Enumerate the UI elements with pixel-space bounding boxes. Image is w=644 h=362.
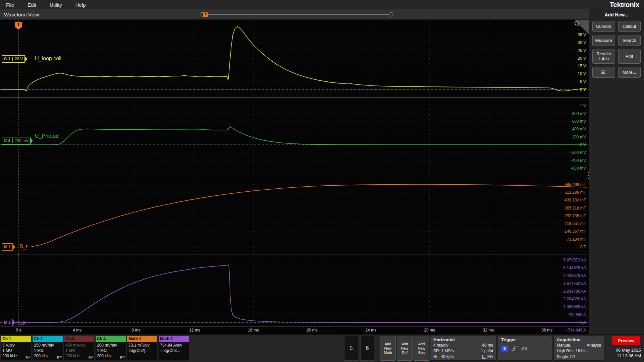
math1-trace-plot (0, 174, 589, 254)
cursors-button[interactable]: Cursors (592, 21, 615, 32)
ch1-y-tick-label: 20 V (578, 56, 586, 61)
waveform-panel-math1[interactable]: M 1 B_t 585.469 mT512.286 mT439.102 mT36… (0, 174, 589, 254)
ch1-y-tick-label: 10 V (578, 71, 586, 76)
channel-badge-ch-3[interactable]: Ch 3450 mV/div1 MΩ200 kHzBᵂ (64, 336, 95, 361)
x-tick-label: 8 ms (131, 328, 140, 333)
tektronix-logo: Tektronix (610, 1, 639, 9)
channel-badge-c1[interactable]: C 1 20 V (2, 55, 25, 63)
x-tick-label: 16 ms (248, 328, 259, 333)
channel-badge-ch-4[interactable]: Ch 4200 mV/div1 MΩ200 kHzBᵂ (95, 336, 126, 361)
ch4-y-tick-label: -600 mV (571, 166, 586, 171)
menu-utility[interactable]: Utility (50, 2, 62, 8)
trigger-letter: T (17, 22, 19, 27)
channel-settings: 734.94 A/div-Intg(Ch3... (159, 342, 189, 354)
math1-y-tick-label: 365.918 mT (565, 206, 586, 210)
trigger-source-badge[interactable]: 6 (501, 346, 508, 352)
channel-badge-math-1[interactable]: Math 173.1 mT/divIntg(Ch2)... (127, 336, 158, 361)
zoom-button[interactable] (592, 67, 615, 78)
channel-5-label: 5 (350, 345, 353, 351)
horizontal-position-icon (482, 355, 486, 359)
panel-resize-handle[interactable] (587, 170, 590, 180)
menu-edit[interactable]: Edit (28, 2, 36, 8)
badge-name: M 2 (4, 320, 11, 325)
measure-button[interactable]: Measure (592, 35, 615, 46)
waveform-label-ch4: U_Photod (35, 133, 59, 139)
ch4-y-tick-label: 400 mV (572, 127, 586, 131)
add-new-math-button[interactable]: AddNewMath (380, 336, 396, 361)
plot-button[interactable]: Plot (618, 49, 641, 64)
trigger-level-marker[interactable]: T (15, 22, 22, 27)
channel-setting: 200 mV/div (97, 343, 124, 348)
channel-5-button[interactable]: 5 (344, 336, 358, 361)
right-toolbar: Add New... Cursors Callout Measure Searc… (589, 9, 644, 334)
waveform-view-header: Waveform View T (0, 9, 589, 20)
acquisition-title: Acquisition (557, 337, 601, 343)
horizontal-panel[interactable]: Horizontal 4 ms/div40 ms SR: 1 MS/s1 µs/… (430, 336, 496, 361)
acquisition-analyze: Analyze (587, 343, 601, 348)
menu-help[interactable]: Help (75, 2, 86, 8)
ch4-y-tick-label: 200 mV (572, 135, 586, 139)
math1-y-tick-label: 585.469 mT (565, 182, 586, 187)
x-tick-label: 24 ms (365, 328, 376, 333)
add-new-header: Add New... (592, 12, 641, 17)
channel-badge-ch-2[interactable]: Ch 2250 mV/div1 MΩ200 kHzBᵂ (32, 336, 63, 361)
ch4-trace (1, 127, 587, 145)
acquisition-panel[interactable]: Acquisition Manual,Analyze High Res: 16 … (553, 336, 604, 361)
settings-bar: Ch 15 V/div1 MΩ200 kHzBᵂCh 2250 mV/div1 … (0, 334, 644, 362)
math1-y-tick-label: 146.367 mT (565, 229, 586, 234)
channel-name: Ch 3 (64, 336, 94, 342)
trigger-title: Trigger (501, 337, 549, 343)
x-tick-label: 28 ms (424, 328, 435, 333)
add-new-bus-button[interactable]: AddNewBus (414, 336, 429, 361)
math2-y-tick-label: -734.946 A (567, 328, 586, 333)
math1-y-tick-label: 439.102 mT (565, 198, 586, 202)
ch1-y-tick-label: 0 V (580, 87, 586, 92)
position-bar-line (208, 14, 390, 15)
position-bar-right-bracket (390, 12, 392, 16)
ch1-y-tick-label: 25 V (578, 48, 586, 53)
bandwidth-icon: Bᵂ (25, 356, 30, 360)
channel-badge-ch-1[interactable]: Ch 15 V/div1 MΩ200 kHzBᵂ (1, 336, 32, 361)
channel-settings: 73.1 mT/divIntg(Ch2)... (127, 342, 157, 354)
channel-badge-math-2[interactable]: Math 2734.94 A/div-Intg(Ch3... (158, 336, 189, 361)
ch1-y-tick-label: 15 V (578, 64, 586, 68)
preview-button[interactable]: Preview (612, 336, 640, 345)
waveform-panel-math2[interactable]: M 2 I_p 5.879572 kA5.144625 kA4.409679 k… (0, 254, 589, 326)
channel-badge-c4[interactable]: C 4 200 mV (2, 137, 31, 144)
channel-setting: 1 MΩ (34, 348, 61, 353)
waveform-panel-ch1[interactable]: T C 1 20 V U_loop,coil 35 V30 V25 V20 V1… (0, 20, 589, 98)
ch4-y-tick-label: -400 mV (571, 158, 586, 163)
sample-rate: SR: 1 MS/s (433, 348, 454, 354)
bandwidth-icon: Bᵂ (120, 356, 125, 360)
ch4-y-tick-label: 600 mV (572, 119, 586, 124)
zoom-corner-icon[interactable] (574, 20, 589, 35)
math2-badge[interactable]: M 2 (2, 319, 13, 326)
channel-setting: 5 V/div (2, 343, 30, 348)
math1-y-tick-label: 292.735 mT (565, 214, 586, 218)
acquisition-position-indicator[interactable]: T (201, 12, 392, 17)
menu-file[interactable]: File (6, 2, 14, 8)
more-button[interactable]: More... (618, 67, 641, 78)
channel-6-button[interactable]: 6 (360, 336, 374, 361)
math1-y-tick-label: 512.286 mT (565, 190, 586, 195)
channel-setting: -Intg(Ch3... (160, 348, 187, 353)
math1-badge[interactable]: M 1 (2, 243, 13, 251)
callout-button[interactable]: Callout (618, 21, 641, 32)
add-new-ref-button[interactable]: AddNewRef (397, 336, 413, 361)
results-table-button[interactable]: Results Table (592, 49, 615, 64)
channel-badges: Ch 15 V/div1 MΩ200 kHzBᵂCh 2250 mV/div1 … (1, 336, 189, 361)
acquisition-mode: Manual, (557, 343, 571, 348)
ch1-y-tick-label: 30 V (578, 40, 586, 45)
badge-name: M 1 (4, 245, 11, 249)
rising-edge-icon (511, 346, 519, 351)
acquisition-resolution: High Res: 16 bits (557, 348, 601, 354)
trigger-panel[interactable]: Trigger 6 3 V (498, 336, 552, 361)
sample-interval: 1 µs/pt (481, 348, 493, 354)
badge-name: C 4 (4, 138, 10, 143)
search-button[interactable]: Search (618, 35, 641, 46)
x-tick-label: 32 ms (483, 328, 494, 333)
channel-setting: 734.94 A/div (160, 343, 187, 348)
oscilloscope-app: File Edit Utility Help Tektronix Wavefor… (0, 0, 644, 362)
waveform-panel-ch4[interactable]: C 4 200 mV U_Photod 1 V800 mV600 mV400 m… (0, 98, 589, 174)
channel-setting: 1 MΩ (97, 348, 124, 353)
